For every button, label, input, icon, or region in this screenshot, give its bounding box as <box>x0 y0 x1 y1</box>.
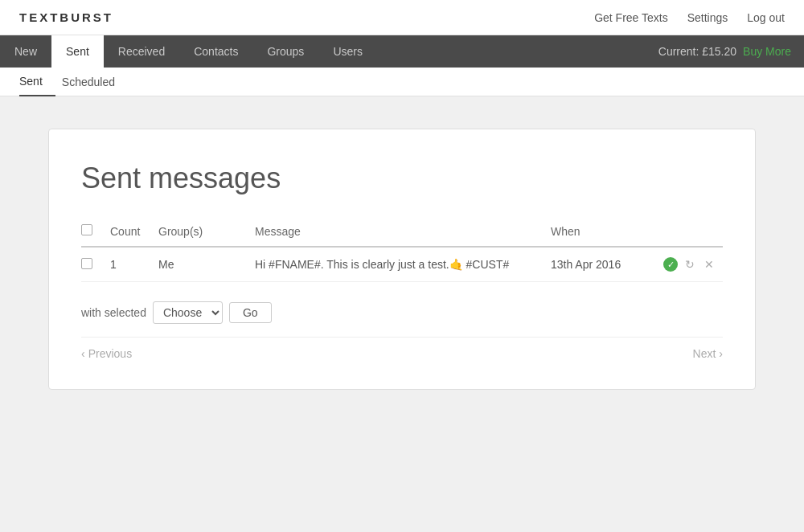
next-button[interactable]: Next › <box>693 344 723 363</box>
header-when: When <box>544 218 657 247</box>
nav-bar-right: Current: £15.20 Buy More <box>658 45 804 58</box>
previous-button[interactable]: ‹ Previous <box>81 344 132 363</box>
refresh-icon[interactable]: ↻ <box>683 257 697 272</box>
messages-table: Count Group(s) Message When 1 Me Hi #FNA… <box>81 218 723 282</box>
row-count: 1 <box>104 247 152 282</box>
settings-link[interactable]: Settings <box>687 11 728 24</box>
row-message: Hi #FNAME#. This is clearly just a test.… <box>248 247 544 282</box>
row-checkbox[interactable] <box>81 258 92 269</box>
sent-check-icon: ✓ <box>663 257 678 272</box>
row-when: 13th Apr 2016 <box>544 247 657 282</box>
nav-bar: New Sent Received Contacts Groups Users … <box>0 35 804 68</box>
top-bar: TEXTBURST Get Free Texts Settings Log ou… <box>0 0 804 35</box>
go-button[interactable]: Go <box>229 302 272 323</box>
current-balance: Current: £15.20 <box>658 45 736 58</box>
with-selected-label: with selected <box>81 306 146 319</box>
choose-select[interactable]: Choose Delete Resend <box>153 301 223 324</box>
nav-item-groups[interactable]: Groups <box>252 35 318 68</box>
with-selected: with selected Choose Delete Resend Go <box>81 301 723 324</box>
row-groups: Me <box>152 247 248 282</box>
table-header-row: Count Group(s) Message When <box>81 218 723 247</box>
header-groups: Group(s) <box>152 218 248 247</box>
pagination: ‹ Previous Next › <box>81 337 723 363</box>
card: Sent messages Count Group(s) Message Whe… <box>48 129 756 390</box>
page-title: Sent messages <box>81 162 723 195</box>
row-actions: ✓ ↻ ✕ <box>657 247 723 282</box>
nav-item-new[interactable]: New <box>0 35 51 68</box>
main-content: Sent messages Count Group(s) Message Whe… <box>0 96 804 422</box>
sub-nav-sent[interactable]: Sent <box>19 68 55 96</box>
header-checkbox-col <box>81 218 104 247</box>
status-icons: ✓ ↻ ✕ <box>663 257 716 272</box>
nav-bar-left: New Sent Received Contacts Groups Users <box>0 35 658 68</box>
nav-item-users[interactable]: Users <box>318 35 377 68</box>
chevron-left-icon: ‹ <box>81 347 85 360</box>
header-message: Message <box>248 218 544 247</box>
sub-nav: Sent Scheduled <box>0 68 804 96</box>
logo: TEXTBURST <box>19 10 113 24</box>
buy-more-link[interactable]: Buy More <box>743 45 791 58</box>
nav-item-contacts[interactable]: Contacts <box>179 35 252 68</box>
chevron-right-icon: › <box>719 347 723 360</box>
sub-nav-scheduled[interactable]: Scheduled <box>62 68 128 96</box>
table-row: 1 Me Hi #FNAME#. This is clearly just a … <box>81 247 723 282</box>
top-links: Get Free Texts Settings Log out <box>594 11 785 24</box>
row-checkbox-cell <box>81 247 104 282</box>
nav-item-received[interactable]: Received <box>104 35 179 68</box>
header-count: Count <box>104 218 152 247</box>
get-free-texts-link[interactable]: Get Free Texts <box>594 11 668 24</box>
delete-icon[interactable]: ✕ <box>702 257 716 272</box>
header-actions <box>657 218 723 247</box>
header-checkbox[interactable] <box>81 224 92 235</box>
log-out-link[interactable]: Log out <box>747 11 785 24</box>
nav-item-sent[interactable]: Sent <box>51 35 104 68</box>
